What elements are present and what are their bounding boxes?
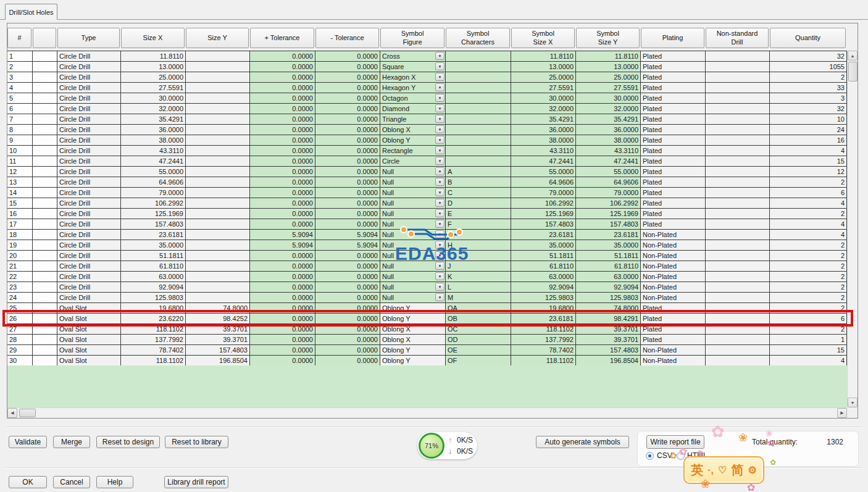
cell-symbol-characters[interactable]: L [446, 282, 511, 293]
cell-size-x[interactable]: 19.6800 [121, 303, 186, 314]
cell-symbol-characters[interactable] [446, 72, 511, 83]
symbol-figure-dropdown[interactable]: ▼ [435, 157, 444, 165]
cell-select[interactable] [33, 240, 57, 251]
cell-symbol-size-y[interactable]: 30.0000 [576, 93, 641, 104]
cell-symbol-figure[interactable]: Oblong Y▼ [380, 135, 446, 146]
html-radio[interactable] [677, 452, 685, 460]
symbol-figure-dropdown[interactable]: ▼ [435, 52, 444, 60]
cell-row-number[interactable]: 2 [7, 62, 33, 72]
cell-type[interactable]: Circle Drill [57, 198, 121, 209]
cell-symbol-size-x[interactable]: 118.1102 [511, 356, 576, 366]
cell-plating[interactable]: Non-Plated [641, 282, 706, 293]
cell-symbol-size-x[interactable]: 36.0000 [511, 125, 576, 135]
cell-symbol-size-x[interactable]: 125.9803 [511, 293, 576, 303]
cell-symbol-size-x[interactable]: 32.0000 [511, 104, 576, 114]
validate-button[interactable]: Validate [9, 436, 47, 448]
cell-size-x[interactable]: 78.7402 [121, 345, 186, 356]
cell-symbol-size-x[interactable]: 63.0000 [511, 272, 576, 282]
cell-symbol-size-x[interactable]: 11.8110 [511, 51, 576, 62]
cell-symbol-size-x[interactable]: 47.2441 [511, 156, 576, 167]
column-header-quantity[interactable]: Quantity [770, 28, 846, 48]
cell-size-y[interactable] [186, 240, 250, 251]
cell-tolerance-minus[interactable]: 0.0000 [315, 345, 380, 356]
cell-size-y[interactable] [186, 156, 250, 167]
cell-quantity[interactable]: 15 [770, 156, 847, 167]
cell-tolerance-plus[interactable]: 0.0000 [250, 261, 315, 272]
cell-quantity[interactable]: 15 [770, 345, 847, 356]
network-speed-widget[interactable]: 71% ↑ 0K/S ↓ 0K/S [417, 432, 477, 459]
cell-tolerance-plus[interactable]: 0.0000 [250, 177, 315, 188]
cell-row-number[interactable]: 5 [7, 93, 33, 104]
cell-row-number[interactable]: 21 [7, 261, 33, 272]
cell-symbol-size-y[interactable]: 157.4803 [576, 345, 641, 356]
cell-non-standard-drill[interactable] [706, 219, 770, 230]
cell-non-standard-drill[interactable] [706, 272, 770, 282]
cell-symbol-size-y[interactable]: 64.9606 [576, 177, 641, 188]
cancel-button[interactable]: Cancel [53, 476, 90, 488]
cell-symbol-size-y[interactable]: 157.4803 [576, 219, 641, 230]
cell-symbol-size-x[interactable]: 27.5591 [511, 83, 576, 93]
cell-select[interactable] [33, 167, 57, 177]
cell-symbol-figure[interactable]: Null▼ [380, 261, 446, 272]
cell-tolerance-minus[interactable]: 0.0000 [315, 177, 380, 188]
cell-tolerance-plus[interactable]: 0.0000 [250, 72, 315, 83]
cell-size-y[interactable] [186, 114, 250, 125]
cell-size-x[interactable]: 35.0000 [121, 240, 186, 251]
cell-row-number[interactable]: 24 [7, 293, 33, 303]
symbol-figure-dropdown[interactable]: ▼ [435, 62, 444, 70]
cell-type[interactable]: Circle Drill [57, 188, 121, 198]
cell-size-x[interactable]: 23.6220 [121, 314, 186, 324]
cell-size-y[interactable] [186, 51, 250, 62]
cell-symbol-size-x[interactable]: 35.4291 [511, 114, 576, 125]
cell-size-x[interactable]: 32.0000 [121, 104, 186, 114]
cell-symbol-characters[interactable] [446, 83, 511, 93]
cell-tolerance-plus[interactable]: 0.0000 [250, 83, 315, 93]
cell-symbol-characters[interactable] [446, 156, 511, 167]
symbol-figure-dropdown[interactable]: ▼ [435, 220, 444, 228]
cell-symbol-characters[interactable] [446, 146, 511, 156]
cell-tolerance-plus[interactable]: 0.0000 [250, 135, 315, 146]
cell-plating[interactable]: Plated [641, 104, 706, 114]
cell-tolerance-plus[interactable]: 0.0000 [250, 303, 315, 314]
cell-size-x[interactable]: 36.0000 [121, 125, 186, 135]
cell-symbol-characters[interactable]: OE [446, 345, 511, 356]
cell-select[interactable] [33, 114, 57, 125]
cell-quantity[interactable]: 2 [770, 240, 847, 251]
cell-size-x[interactable]: 63.0000 [121, 272, 186, 282]
cell-type[interactable]: Circle Drill [57, 261, 121, 272]
cell-row-number[interactable]: 7 [7, 114, 33, 125]
cell-symbol-figure[interactable]: Null▼ [380, 198, 446, 209]
cell-symbol-size-x[interactable]: 79.0000 [511, 188, 576, 198]
cell-tolerance-plus[interactable]: 0.0000 [250, 335, 315, 345]
cell-quantity[interactable]: 16 [770, 135, 847, 146]
cell-symbol-figure[interactable]: Hexagon X▼ [380, 72, 446, 83]
cell-symbol-characters[interactable] [446, 104, 511, 114]
cell-symbol-size-y[interactable]: 98.4291 [576, 314, 641, 324]
cell-type[interactable]: Circle Drill [57, 146, 121, 156]
symbol-figure-dropdown[interactable]: ▼ [435, 262, 444, 270]
cell-tolerance-plus[interactable]: 0.0000 [250, 51, 315, 62]
cell-type[interactable]: Circle Drill [57, 240, 121, 251]
cell-symbol-size-y[interactable]: 11.8110 [576, 51, 641, 62]
cell-tolerance-plus[interactable]: 0.0000 [250, 93, 315, 104]
cell-select[interactable] [33, 156, 57, 167]
cell-non-standard-drill[interactable] [706, 135, 770, 146]
cell-select[interactable] [33, 135, 57, 146]
cell-size-y[interactable] [186, 146, 250, 156]
cell-symbol-figure[interactable]: Oblong Y [380, 345, 446, 356]
cell-row-number[interactable]: 6 [7, 104, 33, 114]
cell-row-number[interactable]: 22 [7, 272, 33, 282]
cell-size-x[interactable]: 125.9803 [121, 293, 186, 303]
cell-quantity[interactable]: 4 [770, 219, 847, 230]
cell-row-number[interactable]: 29 [7, 345, 33, 356]
cell-row-number[interactable]: 9 [7, 135, 33, 146]
scroll-left-button[interactable]: ◀ [7, 408, 17, 418]
vertical-scrollbar[interactable]: ▲ ▼ [847, 51, 858, 407]
cell-type[interactable]: Circle Drill [57, 135, 121, 146]
cell-size-y[interactable] [186, 219, 250, 230]
cell-symbol-characters[interactable]: OD [446, 335, 511, 345]
cell-symbol-characters[interactable]: K [446, 272, 511, 282]
cell-tolerance-plus[interactable]: 0.0000 [250, 251, 315, 261]
column-header-select[interactable] [33, 28, 56, 48]
cell-symbol-size-y[interactable]: 36.0000 [576, 125, 641, 135]
